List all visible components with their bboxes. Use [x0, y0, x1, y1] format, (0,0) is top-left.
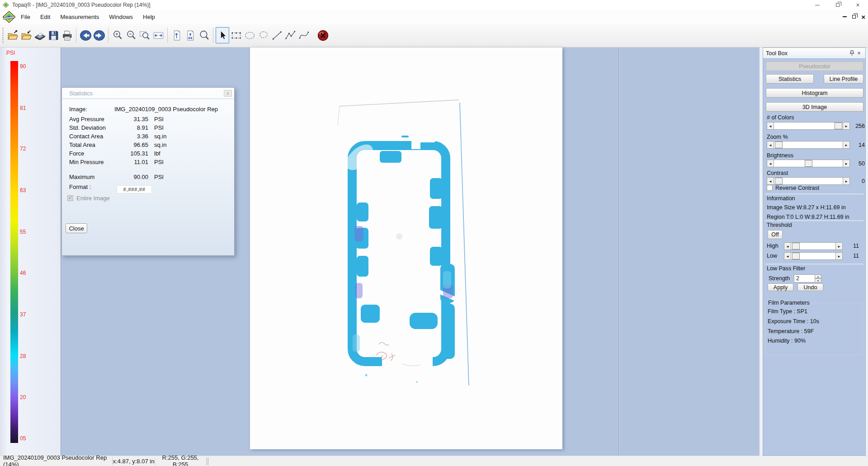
ellipse-select-icon[interactable]	[243, 26, 256, 44]
format-input[interactable]: #,###,##	[117, 185, 152, 193]
threshold-high-value: 11	[844, 243, 859, 249]
colors-slider-thumb[interactable]	[835, 122, 842, 129]
strength-input[interactable]: 2	[794, 274, 815, 282]
main-area: PSI 90 81 72 63 55 46 37 28 20 05	[0, 47, 868, 456]
threshold-high-left-arrow[interactable]: ◂	[784, 242, 791, 250]
brightness-slider-track[interactable]	[774, 160, 843, 167]
mdi-restore-button[interactable]	[852, 15, 856, 19]
toolbox-close-icon[interactable]: ×	[855, 50, 863, 57]
scanned-page[interactable]	[250, 47, 562, 449]
delete-icon[interactable]	[316, 26, 330, 44]
rectangle-select-icon[interactable]	[229, 26, 243, 44]
print-icon[interactable]	[60, 26, 74, 44]
mdi-minimize-button[interactable]	[843, 16, 847, 17]
statistics-close-icon[interactable]: x	[224, 90, 232, 97]
threshold-off-button[interactable]: Off	[768, 230, 783, 239]
restore-button[interactable]	[827, 0, 848, 10]
threshold-high-slider[interactable]: ◂ ▸	[784, 242, 843, 250]
group-divider	[765, 193, 863, 194]
3d-image-button[interactable]: 3D Image	[766, 102, 863, 112]
menu-edit[interactable]: Edit	[35, 12, 55, 22]
threshold-low-track[interactable]	[791, 252, 835, 260]
contrast-slider-left-arrow[interactable]: ◂	[767, 177, 774, 185]
undo-button[interactable]: Undo	[797, 283, 823, 291]
colors-slider-right-arrow[interactable]: ▸	[843, 122, 850, 130]
threshold-low-slider[interactable]: ◂ ▸	[784, 252, 843, 260]
back-icon[interactable]	[79, 26, 92, 44]
zoom-slider-thumb[interactable]	[775, 141, 783, 148]
statistics-dialog-titlebar[interactable]: Statistics x	[62, 88, 234, 99]
fit-width-icon[interactable]	[151, 26, 165, 44]
fit-height-icon[interactable]	[170, 26, 184, 44]
colors-slider-left-arrow[interactable]: ◂	[767, 122, 774, 130]
histogram-button[interactable]: Histogram	[766, 88, 863, 98]
line-tool-icon[interactable]	[270, 26, 283, 44]
brightness-slider-right-arrow[interactable]: ▸	[843, 160, 850, 167]
colors-slider[interactable]: ◂ ▸	[767, 122, 850, 130]
save-icon[interactable]	[47, 26, 60, 44]
menu-windows[interactable]: Windows	[104, 12, 138, 22]
polyline-tool-icon[interactable]	[283, 26, 297, 44]
entire-image-checkbox[interactable]	[67, 195, 73, 201]
statistics-button[interactable]: Statistics	[766, 74, 814, 84]
apply-button[interactable]: Apply	[768, 283, 793, 291]
toolbox-panel: Tool Box × Pseudocolor Statistics Line P…	[763, 47, 866, 456]
zoom-slider[interactable]: ◂ ▸	[767, 141, 850, 149]
zoom-actual-icon[interactable]	[197, 26, 211, 44]
threshold-low-thumb[interactable]	[792, 253, 800, 259]
scan-icon[interactable]	[33, 26, 47, 44]
colors-value: 256	[850, 123, 865, 129]
app-icon	[3, 2, 9, 8]
stat-unit: lbf	[154, 150, 160, 157]
strength-up-arrow[interactable]: ▴	[815, 274, 821, 278]
scale-tick: 37	[20, 312, 26, 318]
pseudocolor-button[interactable]: Pseudocolor	[766, 61, 863, 71]
window-title: Topaq® - [IMG_20240109_0003 Pseudocolor …	[12, 2, 151, 8]
group-divider	[765, 264, 863, 264]
scale-tick: 28	[20, 353, 26, 359]
fit-page-icon[interactable]	[184, 26, 197, 44]
mdi-close-button[interactable]: ×	[861, 13, 865, 21]
zoom-slider-track[interactable]	[774, 141, 843, 149]
menu-file[interactable]: File	[16, 12, 35, 22]
lasso-select-icon[interactable]	[256, 26, 270, 44]
menu-help[interactable]: Help	[138, 12, 160, 22]
open-image-icon[interactable]	[19, 26, 33, 44]
threshold-title: Threshold	[767, 222, 792, 228]
threshold-high-right-arrow[interactable]: ▸	[835, 242, 843, 250]
zoom-slider-right-arrow[interactable]: ▸	[843, 141, 850, 149]
contrast-slider-track[interactable]	[774, 177, 843, 185]
line-profile-button[interactable]: Line Profile	[824, 74, 863, 84]
statistics-close-button[interactable]: Close	[66, 223, 87, 233]
brightness-slider-thumb[interactable]	[805, 160, 812, 167]
zoom-in-icon[interactable]	[111, 26, 124, 44]
open-report-icon[interactable]	[6, 26, 19, 44]
threshold-low-left-arrow[interactable]: ◂	[784, 252, 791, 260]
zoom-region-icon[interactable]	[138, 26, 151, 44]
curve-tool-icon[interactable]	[297, 26, 311, 44]
strength-down-arrow[interactable]: ▾	[815, 278, 821, 282]
threshold-high-track[interactable]	[791, 242, 835, 250]
contrast-slider[interactable]: ◂ ▸	[767, 177, 850, 185]
brightness-slider-left-arrow[interactable]: ◂	[767, 160, 774, 167]
brightness-slider[interactable]: ◂ ▸	[767, 160, 850, 167]
minimize-button[interactable]	[807, 0, 827, 10]
colors-slider-track[interactable]	[774, 122, 843, 130]
close-button[interactable]: ×	[848, 0, 868, 10]
toolbox-header[interactable]: Tool Box ×	[763, 48, 865, 59]
forward-icon[interactable]	[92, 26, 106, 44]
menu-bar: File Edit Measurements Windows Help ×	[0, 10, 868, 24]
menu-measurements[interactable]: Measurements	[55, 12, 104, 22]
threshold-high-thumb[interactable]	[792, 243, 800, 249]
temperature: Temperature : 59F	[768, 328, 814, 334]
zoom-out-icon[interactable]	[124, 26, 138, 44]
pin-icon[interactable]	[848, 50, 855, 57]
zoom-slider-left-arrow[interactable]: ◂	[767, 141, 774, 149]
contrast-slider-thumb[interactable]	[775, 178, 783, 184]
contrast-slider-right-arrow[interactable]: ▸	[843, 177, 850, 185]
reverse-contrast-checkbox[interactable]	[767, 185, 773, 191]
pointer-icon[interactable]	[216, 27, 229, 43]
threshold-low-right-arrow[interactable]: ▸	[835, 252, 843, 260]
stat-unit: PSI	[154, 124, 164, 131]
toolbar-grip[interactable]	[2, 27, 4, 44]
